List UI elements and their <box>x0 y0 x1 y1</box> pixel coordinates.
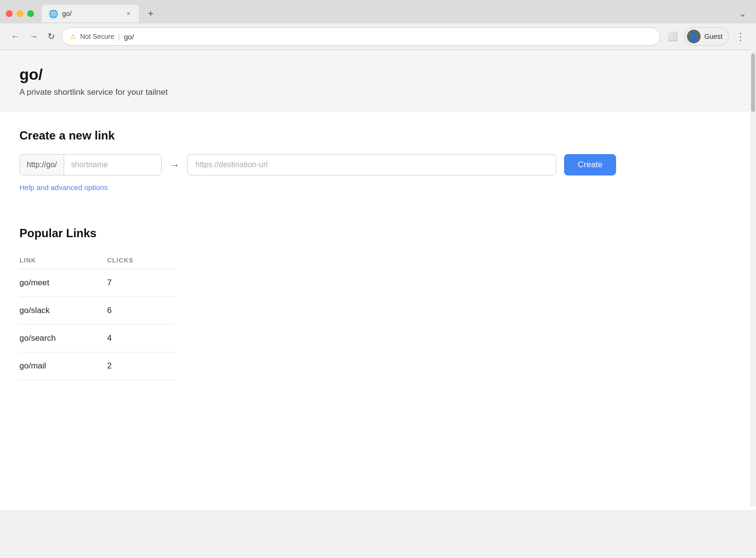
tab-bar: 🌐 go/ × + ⌄ <box>0 0 756 23</box>
reload-button[interactable]: ↻ <box>45 28 58 45</box>
cast-button[interactable]: ⬜ <box>664 28 681 45</box>
popular-links-table: LINK CLICKS go/meet 7 go/slack 6 go/sear… <box>19 252 175 380</box>
popular-links-title: Popular Links <box>19 227 737 240</box>
table-cell-clicks: 6 <box>99 297 175 325</box>
arrow-icon: → <box>170 159 179 171</box>
close-window-button[interactable] <box>6 10 13 17</box>
back-button[interactable]: ← <box>8 29 22 45</box>
table-cell-link: go/mail <box>19 352 99 380</box>
tab-title: go/ <box>62 10 121 17</box>
shortname-input[interactable] <box>64 155 161 175</box>
tab-globe-icon: 🌐 <box>49 9 58 18</box>
maximize-window-button[interactable] <box>27 10 34 17</box>
address-separator: | <box>118 33 120 41</box>
profile-icon: 👤 <box>689 32 699 41</box>
table-row[interactable]: go/mail 2 <box>19 352 175 380</box>
help-link[interactable]: Help and advanced options <box>19 183 108 192</box>
create-section-title: Create a new link <box>19 129 737 142</box>
column-header-clicks: CLICKS <box>99 252 175 269</box>
forward-button[interactable]: → <box>26 29 41 45</box>
security-text: Not Secure <box>80 33 114 40</box>
popular-links-section: Popular Links LINK CLICKS go/meet 7 go/s… <box>19 227 737 380</box>
profile-avatar: 👤 <box>687 30 701 43</box>
minimize-window-button[interactable] <box>17 10 23 17</box>
create-form: http://go/ → Create <box>19 154 737 175</box>
window-controls <box>6 10 34 17</box>
table-cell-link: go/slack <box>19 297 99 325</box>
browser-chrome: 🌐 go/ × + ⌄ ← → ↻ ⚠ Not Secure | go/ ⬜ 👤… <box>0 0 756 50</box>
table-cell-clicks: 4 <box>99 325 175 352</box>
tab-close-button[interactable]: × <box>125 9 132 18</box>
table-cell-link: go/search <box>19 325 99 352</box>
profile-label: Guest <box>704 33 722 40</box>
table-row[interactable]: go/slack 6 <box>19 297 175 325</box>
shortname-group: http://go/ <box>19 154 162 175</box>
create-button[interactable]: Create <box>564 154 616 175</box>
profile-button[interactable]: 👤 Guest <box>685 27 729 46</box>
table-cell-clicks: 7 <box>99 269 175 297</box>
more-options-button[interactable]: ⋮ <box>733 28 748 45</box>
page-title: go/ <box>19 66 737 84</box>
address-bar[interactable]: ⚠ Not Secure | go/ <box>62 27 660 46</box>
page-content: go/ A private shortlink service for your… <box>0 50 756 510</box>
table-row[interactable]: go/meet 7 <box>19 269 175 297</box>
active-tab[interactable]: 🌐 go/ × <box>42 5 139 22</box>
page-subtitle: A private shortlink service for your tai… <box>19 87 737 97</box>
table-header-row: LINK CLICKS <box>19 252 175 269</box>
address-url: go/ <box>124 33 134 41</box>
table-cell-link: go/meet <box>19 269 99 297</box>
security-warning-icon: ⚠ <box>70 33 76 40</box>
scrollbar-track <box>750 50 756 506</box>
shortname-prefix: http://go/ <box>20 155 64 175</box>
page-header: go/ A private shortlink service for your… <box>0 50 756 111</box>
table-row[interactable]: go/search 4 <box>19 325 175 352</box>
nav-bar: ← → ↻ ⚠ Not Secure | go/ ⬜ 👤 Guest ⋮ <box>0 23 756 50</box>
destination-url-input[interactable] <box>187 154 556 175</box>
nav-actions: ⬜ 👤 Guest ⋮ <box>664 27 748 46</box>
column-header-link: LINK <box>19 252 99 269</box>
new-tab-button[interactable]: + <box>143 6 158 21</box>
table-cell-clicks: 2 <box>99 352 175 380</box>
tab-bar-chevron[interactable]: ⌄ <box>735 6 750 21</box>
scrollbar-thumb[interactable] <box>751 53 755 112</box>
page-body: Create a new link http://go/ → Create He… <box>0 111 756 398</box>
